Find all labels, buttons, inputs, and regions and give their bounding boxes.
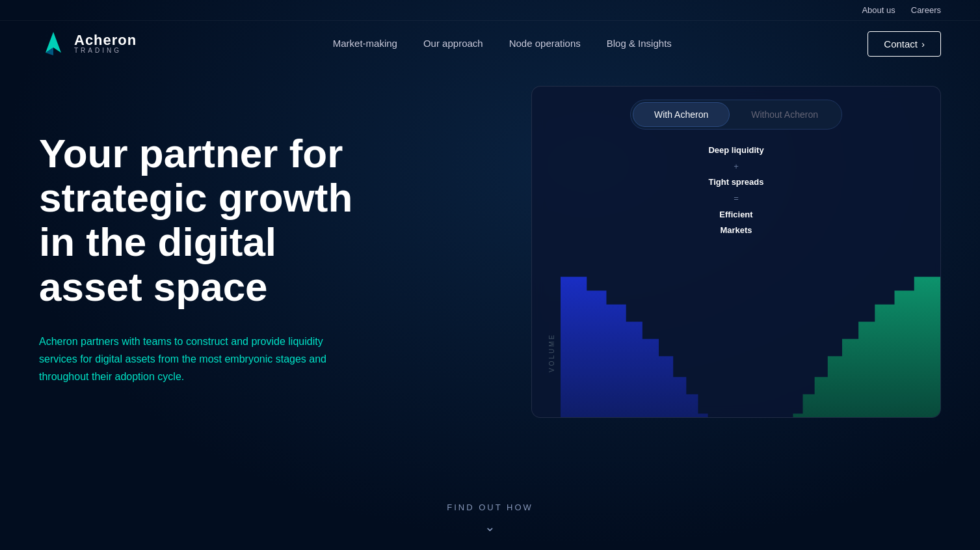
hero-left: Your partner for strategic growth in the… <box>39 105 390 385</box>
nav-our-approach[interactable]: Our approach <box>423 38 483 49</box>
logo-icon <box>39 29 68 58</box>
nav-links: Market-making Our approach Node operatio… <box>333 38 672 49</box>
chart-card: With Acheron Without Acheron Deep liquid… <box>531 86 941 418</box>
logo-text: Acheron TRADING <box>74 33 137 54</box>
annotation-line2: Tight spreads <box>532 174 940 191</box>
chevron-down-icon[interactable]: ⌄ <box>0 519 980 534</box>
nav-blog-insights[interactable]: Blog & Insights <box>607 38 672 49</box>
careers-link[interactable]: Careers <box>911 5 941 15</box>
nav-node-operations[interactable]: Node operations <box>509 38 581 49</box>
hero-description: Acheron partners with teams to construct… <box>39 333 338 386</box>
hero-title: Your partner for strategic growth in the… <box>39 131 390 309</box>
chart-svg <box>561 242 940 418</box>
find-out-section: FIND OUT HOW ⌄ <box>0 489 980 541</box>
top-bar: About us Careers <box>0 0 980 21</box>
nav-market-making[interactable]: Market-making <box>333 38 397 49</box>
contact-button[interactable]: Contact › <box>867 31 941 57</box>
toggle-wrapper: With Acheron Without Acheron <box>630 100 842 130</box>
annotation-line4: Markets <box>532 223 940 239</box>
chart-area: VOLUME <box>532 242 940 418</box>
logo[interactable]: Acheron TRADING <box>39 29 137 58</box>
annotation-plus: + <box>532 159 940 175</box>
hero-section: Your partner for strategic growth in the… <box>0 66 980 489</box>
logo-sub: TRADING <box>74 48 137 54</box>
volume-label: VOLUME <box>545 242 558 418</box>
annotation-line1: Deep liquidity <box>532 143 940 159</box>
logo-name: Acheron <box>74 33 137 48</box>
about-us-link[interactable]: About us <box>862 5 895 15</box>
toggle-without-acheron[interactable]: Without Acheron <box>730 102 840 127</box>
annotation-line3: Efficient <box>532 207 940 223</box>
toggle-with-acheron[interactable]: With Acheron <box>633 102 730 127</box>
navbar: Acheron TRADING Market-making Our approa… <box>0 21 980 66</box>
find-out-label: FIND OUT HOW <box>0 502 980 512</box>
annotation-eq: = <box>532 191 940 207</box>
chart-annotation: Deep liquidity + Tight spreads = Efficie… <box>532 136 940 242</box>
chart-toggle: With Acheron Without Acheron <box>532 87 940 136</box>
